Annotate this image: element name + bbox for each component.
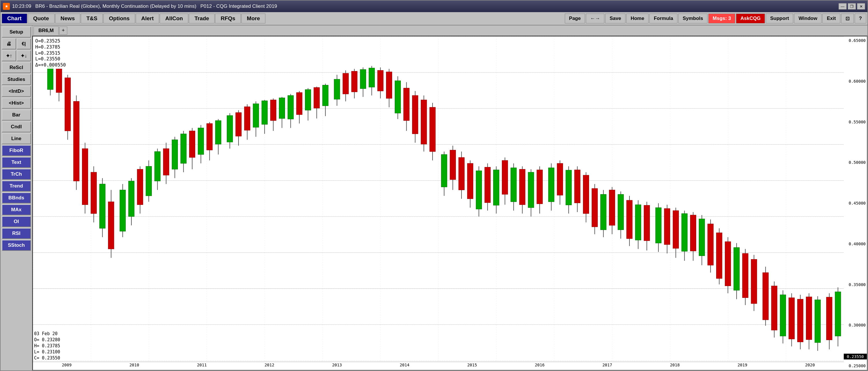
menu-news[interactable]: News	[55, 13, 81, 23]
y-label-0: 0.65000	[845, 38, 866, 43]
menu-options[interactable]: Options	[103, 13, 135, 23]
svg-rect-109	[476, 171, 482, 209]
nav-button[interactable]: ←→	[586, 13, 604, 23]
home-button[interactable]: Home	[626, 13, 649, 23]
currency-button[interactable]: €|	[17, 38, 31, 49]
cndl-button[interactable]: Cndl	[2, 121, 31, 132]
svg-rect-149	[655, 208, 661, 243]
x-label-2018: 2018	[670, 363, 680, 367]
svg-rect-127	[557, 163, 563, 195]
tooltip-open: O= 0.23280	[34, 337, 60, 343]
print-button[interactable]: 🖨	[2, 38, 16, 49]
svg-rect-125	[548, 168, 554, 202]
menu-more[interactable]: More	[241, 13, 266, 23]
menu-allcon[interactable]: AllCon	[160, 13, 188, 23]
max-button[interactable]: MAx	[2, 204, 31, 215]
studies-button[interactable]: Studies	[2, 74, 31, 85]
svg-rect-91	[395, 81, 401, 113]
menu-quote[interactable]: Quote	[28, 13, 55, 23]
star-down-button[interactable]: ✦↓	[17, 50, 31, 61]
svg-rect-139	[609, 190, 615, 225]
rescl-button[interactable]: ReScl	[2, 62, 31, 73]
close-button[interactable]: ✕	[857, 3, 865, 9]
svg-rect-41	[172, 140, 178, 169]
trend-button[interactable]: Trend	[2, 180, 31, 192]
svg-rect-15	[56, 69, 62, 92]
line-button[interactable]: Line	[2, 133, 31, 144]
svg-rect-173	[763, 273, 768, 320]
y-label-8: 0.25000	[845, 364, 866, 368]
svg-rect-93	[404, 88, 409, 120]
svg-rect-27	[108, 202, 114, 249]
chart-tab[interactable]: BR6,M	[33, 26, 59, 35]
chart-container[interactable]: O=0.23525 H=0.23785 L=0.23515 L=0.23550 …	[32, 36, 867, 370]
svg-rect-61	[261, 101, 268, 124]
intd-button[interactable]: <IntD>	[2, 86, 31, 97]
svg-rect-155	[681, 213, 687, 251]
y-label-4: 0.45000	[845, 201, 866, 205]
restore-button[interactable]: ❐	[848, 3, 856, 9]
oi-button[interactable]: OI	[2, 216, 31, 227]
trch-button[interactable]: TrCh	[2, 169, 31, 180]
restore2-button[interactable]: ⊡	[841, 13, 854, 23]
formula-button[interactable]: Formula	[649, 13, 677, 23]
bbnds-button[interactable]: BBnds	[2, 193, 31, 203]
symbols-button[interactable]: Symbols	[678, 13, 708, 23]
minimize-button[interactable]: —	[839, 3, 847, 9]
content-area: Setup 🖨 €| ✦↑ ✦↓ ReScl Studies <IntD> <H…	[1, 25, 867, 370]
svg-rect-107	[467, 163, 473, 199]
rsi-button[interactable]: RSI	[2, 228, 31, 239]
ohlc-last: L=0.23550	[35, 56, 66, 62]
ask-cqg-button[interactable]: AskCQG	[736, 13, 765, 23]
y-label-7: 0.30000	[845, 323, 866, 327]
svg-rect-175	[771, 286, 777, 330]
menu-chart[interactable]: Chart	[2, 13, 27, 23]
page-button[interactable]: Page	[565, 13, 585, 23]
star-up-button[interactable]: ✦↑	[2, 50, 16, 61]
menu-rfqs[interactable]: RFQs	[215, 13, 241, 23]
svg-rect-105	[459, 158, 464, 190]
menu-alert[interactable]: Alert	[136, 13, 159, 23]
svg-rect-117	[511, 168, 517, 202]
setup-button[interactable]: Setup	[2, 27, 31, 37]
svg-rect-59	[253, 104, 259, 127]
svg-rect-97	[421, 100, 427, 144]
date-tooltip: 03 Feb 20 O= 0.23280 H= 0.23785 L= 0.231…	[34, 331, 60, 361]
menu-ts[interactable]: T&S	[81, 13, 103, 23]
svg-rect-121	[528, 172, 534, 208]
support-button[interactable]: Support	[766, 13, 793, 23]
y-label-3: 0.50000	[845, 160, 866, 165]
svg-rect-43	[181, 134, 186, 163]
svg-rect-31	[128, 181, 134, 217]
svg-rect-113	[494, 170, 499, 205]
text-button[interactable]: Text	[2, 157, 31, 168]
exit-button[interactable]: Exit	[823, 13, 840, 23]
y-axis: 0.65000 0.60000 0.55000 0.50000 0.45000 …	[844, 36, 867, 370]
bar-button[interactable]: Bar	[2, 110, 31, 120]
tooltip-close: C= 0.23550	[34, 355, 60, 361]
svg-rect-55	[236, 113, 241, 136]
chart-area: BR6,M + O=0.23525 H=0.23785 L=0.23515 L=…	[32, 25, 867, 370]
fibor-button[interactable]: FiboR	[2, 145, 31, 156]
help-button[interactable]: ?	[855, 13, 866, 23]
menu-trade[interactable]: Trade	[189, 13, 215, 23]
svg-rect-87	[377, 70, 383, 91]
ohlc-info: O=0.23525 H=0.23785 L=0.23515 L=0.23550 …	[34, 37, 67, 69]
y-label-1: 0.60000	[845, 79, 866, 84]
sstoch-button[interactable]: SStoch	[2, 240, 31, 251]
svg-rect-143	[627, 200, 632, 239]
add-tab-button[interactable]: +	[59, 27, 67, 35]
svg-rect-57	[244, 107, 250, 130]
svg-rect-19	[73, 102, 79, 181]
ohlc-low: L=0.23515	[35, 50, 66, 56]
window-button[interactable]: Window	[794, 13, 822, 23]
save-button[interactable]: Save	[605, 13, 625, 23]
hist-button[interactable]: <Hist>	[2, 98, 31, 109]
msgs-button[interactable]: Msgs: 3	[708, 13, 735, 23]
x-label-2010: 2010	[129, 363, 139, 367]
app-window: ★ 10:23:09 BR6 - Brazilian Real (Globex)…	[0, 0, 868, 371]
svg-rect-25	[100, 184, 105, 228]
svg-rect-1	[33, 36, 844, 361]
svg-rect-177	[780, 295, 786, 336]
price-marker: 0.23550	[844, 354, 867, 360]
